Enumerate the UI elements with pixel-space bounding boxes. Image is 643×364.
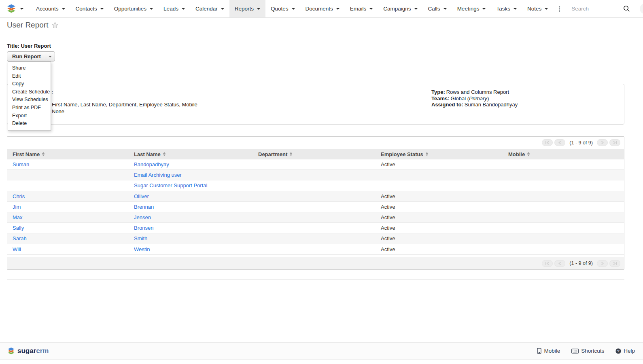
nav-item-emails[interactable]: Emails bbox=[345, 0, 378, 17]
previous-page-button[interactable] bbox=[554, 139, 565, 146]
last-name-link[interactable]: Brennan bbox=[134, 204, 154, 210]
chevron-down-icon bbox=[150, 8, 153, 10]
column-header-mobile[interactable]: Mobile bbox=[503, 151, 624, 157]
next-page-button[interactable] bbox=[597, 260, 608, 267]
menu-item-delete[interactable]: Delete bbox=[8, 120, 51, 128]
search-icon[interactable] bbox=[623, 5, 630, 12]
global-search bbox=[566, 5, 636, 12]
footer-help-label: Help bbox=[624, 348, 635, 354]
nav-item-meetings[interactable]: Meetings bbox=[452, 0, 491, 17]
run-report-dropdown-toggle[interactable] bbox=[46, 52, 55, 61]
first-name-link[interactable]: Will bbox=[13, 246, 21, 252]
cell-first-name: Suman bbox=[7, 161, 129, 167]
first-name-link[interactable]: Max bbox=[13, 214, 23, 220]
menu-item-view-schedules[interactable]: View Schedules bbox=[8, 96, 51, 104]
chevron-down-icon bbox=[336, 8, 340, 10]
menu-item-create-schedule[interactable]: Create Schedule bbox=[8, 88, 51, 96]
report-results-list: (1 - 9 of 9) First NameLast NameDepartme… bbox=[7, 136, 624, 270]
cell-employee-status: Active bbox=[376, 246, 503, 252]
nav-item-label: Quotes bbox=[271, 6, 289, 12]
chevron-down-icon bbox=[49, 56, 52, 57]
nav-item-label: Leads bbox=[163, 6, 178, 12]
top-navigation: AccountsContactsOpportunitiesLeadsCalend… bbox=[0, 0, 643, 18]
first-name-link[interactable]: Chris bbox=[13, 193, 25, 199]
first-name-link[interactable]: Suman bbox=[13, 161, 29, 167]
menu-item-print-as-pdf[interactable]: Print as PDF bbox=[8, 104, 51, 112]
footer-shortcuts-link[interactable]: Shortcuts bbox=[571, 348, 604, 354]
nav-item-calls[interactable]: Calls bbox=[423, 0, 452, 17]
menu-item-share[interactable]: Share bbox=[8, 64, 51, 72]
detail-right-column: Type:Rows and Columns Report Teams:Globa… bbox=[431, 89, 518, 108]
nav-item-opportunities[interactable]: Opportunities bbox=[109, 0, 158, 17]
nav-item-label: Reports bbox=[235, 6, 254, 12]
chevron-down-icon bbox=[414, 8, 418, 10]
cell-first-name: Sally bbox=[7, 225, 129, 231]
last-page-button[interactable] bbox=[609, 260, 620, 267]
notification-badge[interactable]: 0 bbox=[640, 3, 643, 14]
first-name-link[interactable]: Jim bbox=[13, 204, 21, 210]
nav-overflow-kebab-icon[interactable]: ⋮ bbox=[553, 0, 566, 17]
column-header-department[interactable]: Department bbox=[253, 151, 376, 157]
sort-icon bbox=[426, 152, 428, 156]
nav-item-label: Emails bbox=[350, 6, 367, 12]
nav-item-notes[interactable]: Notes bbox=[522, 0, 553, 17]
sort-icon bbox=[290, 152, 292, 156]
run-report-button[interactable]: Run Report bbox=[7, 52, 46, 61]
table-row: Email Archiving user bbox=[7, 170, 624, 180]
nav-item-campaigns[interactable]: Campaigns bbox=[378, 0, 422, 17]
cell-last-name: Sugar Customer Support Portal bbox=[129, 182, 253, 188]
app-logo-menu[interactable] bbox=[0, 0, 31, 17]
nav-item-label: Calendar bbox=[195, 6, 218, 12]
last-name-link[interactable]: Westin bbox=[134, 246, 150, 252]
report-title-line: Title: User Report bbox=[7, 43, 51, 49]
last-name-link[interactable]: Smith bbox=[134, 235, 147, 241]
nav-right-group: 0 + bbox=[566, 0, 643, 17]
next-page-button[interactable] bbox=[597, 139, 608, 146]
chevron-down-icon bbox=[482, 8, 486, 10]
first-name-link[interactable]: Sally bbox=[13, 225, 24, 231]
brand-text: sugarcrm bbox=[17, 347, 49, 355]
favorite-star-icon[interactable] bbox=[51, 21, 59, 29]
menu-item-edit[interactable]: Edit bbox=[8, 72, 51, 80]
first-page-button[interactable] bbox=[542, 139, 553, 146]
menu-item-copy[interactable]: Copy bbox=[8, 80, 51, 88]
last-name-link[interactable]: Olliver bbox=[134, 193, 149, 199]
nav-item-quotes[interactable]: Quotes bbox=[265, 0, 300, 17]
nav-item-accounts[interactable]: Accounts bbox=[31, 0, 70, 17]
sort-icon bbox=[42, 152, 45, 156]
sort-icon bbox=[163, 152, 166, 156]
cell-employee-status: Active bbox=[376, 193, 503, 199]
run-report-split-button: Run Report bbox=[7, 51, 55, 61]
nav-item-tasks[interactable]: Tasks bbox=[491, 0, 522, 17]
nav-item-reports[interactable]: Reports bbox=[229, 0, 265, 17]
nav-item-label: Documents bbox=[306, 6, 333, 12]
first-name-link[interactable]: Sarah bbox=[13, 235, 27, 241]
nav-item-label: Meetings bbox=[457, 6, 480, 12]
nav-item-label: Contacts bbox=[76, 6, 97, 12]
column-header-last-name[interactable]: Last Name bbox=[129, 151, 253, 157]
cell-first-name: Sarah bbox=[7, 235, 129, 241]
footer-help-link[interactable]: ? Help bbox=[615, 348, 635, 354]
first-page-button[interactable] bbox=[542, 260, 553, 267]
last-name-link[interactable]: Email Archiving user bbox=[134, 172, 182, 178]
last-page-button[interactable] bbox=[609, 139, 620, 146]
last-name-link[interactable]: Jensen bbox=[134, 214, 151, 220]
menu-item-export[interactable]: Export bbox=[8, 112, 51, 120]
column-header-first-name[interactable]: First Name bbox=[7, 151, 129, 157]
nav-item-leads[interactable]: Leads bbox=[158, 0, 190, 17]
footer-mobile-link[interactable]: Mobile bbox=[537, 348, 560, 354]
column-header-employee-status[interactable]: Employee Status bbox=[376, 151, 503, 157]
previous-page-button[interactable] bbox=[554, 260, 565, 267]
column-header-label: Employee Status bbox=[381, 151, 423, 157]
chevron-down-icon bbox=[221, 8, 224, 10]
chevron-down-icon bbox=[257, 8, 260, 10]
last-name-link[interactable]: Sugar Customer Support Portal bbox=[134, 182, 207, 188]
last-name-link[interactable]: Bandopadhyay bbox=[134, 161, 169, 167]
nav-item-contacts[interactable]: Contacts bbox=[70, 0, 109, 17]
last-name-link[interactable]: Bronsen bbox=[134, 225, 153, 231]
report-actions-menu: ShareEditCopyCreate ScheduleView Schedul… bbox=[8, 61, 51, 131]
table-row: SallyBronsenActive bbox=[7, 223, 624, 233]
nav-item-calendar[interactable]: Calendar bbox=[190, 0, 229, 17]
search-input[interactable] bbox=[571, 6, 619, 12]
nav-item-documents[interactable]: Documents bbox=[300, 0, 345, 17]
